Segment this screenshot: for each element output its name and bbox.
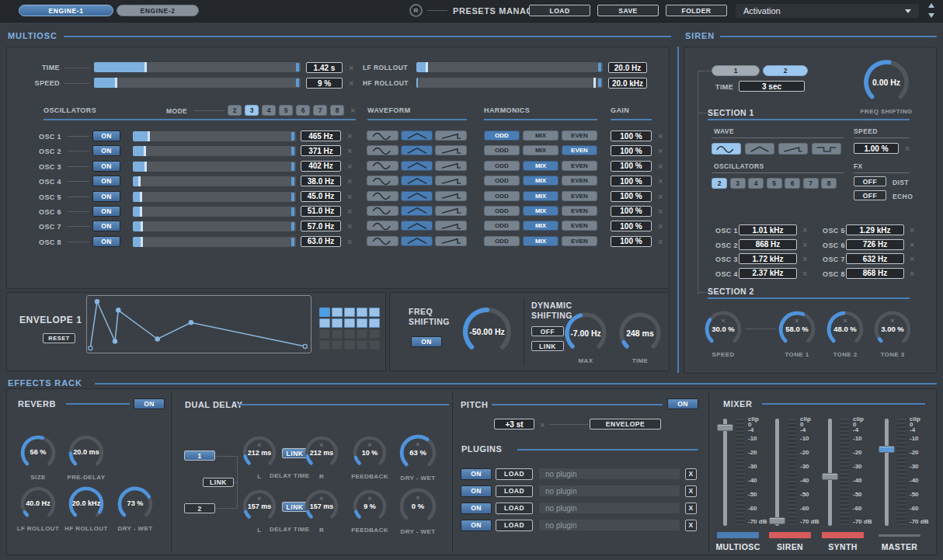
plugin-name-field[interactable]: no plugin: [538, 468, 680, 480]
feedback-knob[interactable]: ×9 %FEEDBACK: [352, 489, 388, 524]
osc-freq-slider[interactable]: [133, 221, 296, 231]
env-grid-cell[interactable]: [344, 308, 355, 317]
harmonics-odd-button[interactable]: ODD: [484, 130, 520, 141]
lf-rollout-value[interactable]: 20.0 Hz: [608, 62, 647, 73]
siren-osc-count-button[interactable]: 6: [785, 178, 800, 189]
dynamic-time-knob[interactable]: 248 msTIME: [618, 311, 662, 355]
saw-wave-button[interactable]: [435, 206, 467, 216]
harmonics-mix-button[interactable]: MIX: [523, 236, 558, 246]
triangle-wave-button[interactable]: [401, 176, 433, 186]
plugin-load-button[interactable]: LOAD: [496, 485, 533, 497]
save-button[interactable]: SAVE: [597, 5, 659, 16]
close-icon[interactable]: ×: [347, 207, 352, 216]
close-icon[interactable]: ×: [658, 238, 663, 246]
triangle-wave-button[interactable]: [401, 221, 433, 231]
plugin-on-button[interactable]: ON: [461, 503, 492, 514]
close-icon[interactable]: ×: [905, 144, 910, 153]
speed-slider[interactable]: [94, 78, 301, 88]
harmonics-even-button[interactable]: EVEN: [562, 145, 597, 155]
siren-time-value[interactable]: 3 sec: [739, 81, 805, 92]
sine-wave-button[interactable]: [367, 236, 398, 246]
osc-freq-value[interactable]: 371 Hz: [301, 145, 341, 156]
osc-gain-value[interactable]: 100 %: [611, 176, 652, 186]
close-icon[interactable]: ×: [910, 255, 914, 263]
osc-on-button[interactable]: ON: [92, 130, 120, 141]
plugin-load-button[interactable]: LOAD: [496, 503, 533, 514]
env-grid-cell[interactable]: [332, 340, 343, 350]
osc-gain-value[interactable]: 100 %: [611, 221, 652, 231]
reverb-on-button[interactable]: ON: [134, 398, 165, 409]
slider-handle[interactable]: [144, 162, 147, 172]
saw-wave-button[interactable]: [435, 191, 467, 201]
osc-freq-slider[interactable]: [133, 162, 296, 172]
mode-option-button[interactable]: 2: [228, 105, 242, 116]
plugin-remove-button[interactable]: X: [685, 468, 697, 480]
harmonics-mix-button[interactable]: MIX: [523, 176, 558, 186]
sine-wave-button[interactable]: [367, 145, 398, 155]
envelope-graph[interactable]: [86, 295, 311, 353]
env-grid-cell[interactable]: [344, 340, 355, 350]
time-value[interactable]: 1.42 s: [306, 62, 343, 73]
close-icon[interactable]: ×: [802, 226, 807, 235]
freq-shifting-on-button[interactable]: ON: [411, 336, 442, 347]
fader-track[interactable]: [723, 419, 727, 526]
env-grid-cell[interactable]: [319, 329, 330, 339]
close-icon[interactable]: ×: [658, 193, 663, 201]
plugin-on-button[interactable]: ON: [461, 520, 492, 531]
siren-speed-value[interactable]: 1.00 %: [854, 143, 899, 154]
folder-button[interactable]: FOLDER: [666, 5, 727, 16]
osc-freq-slider[interactable]: [133, 192, 296, 202]
fader-handle[interactable]: [717, 424, 733, 431]
close-icon[interactable]: ×: [910, 270, 914, 278]
close-icon[interactable]: ×: [658, 222, 663, 231]
osc-gain-value[interactable]: 100 %: [611, 191, 652, 202]
siren-osc-value[interactable]: 2.37 kHz: [739, 268, 797, 279]
pitch-envelope-button[interactable]: ENVELOPE: [590, 419, 661, 430]
osc-gain-value[interactable]: 100 %: [611, 130, 652, 141]
osc-on-button[interactable]: ON: [92, 221, 120, 231]
env-grid-cell[interactable]: [332, 308, 343, 317]
slider-handle[interactable]: [144, 62, 147, 72]
slider-handle[interactable]: [140, 207, 142, 217]
close-icon[interactable]: ×: [658, 162, 663, 171]
triangle-wave-button[interactable]: [745, 143, 774, 155]
sine-wave-button[interactable]: [367, 221, 398, 231]
harmonics-odd-button[interactable]: ODD: [484, 191, 520, 201]
section2-knob[interactable]: ×30.0 %SPEED: [704, 310, 743, 349]
siren-osc-count-button[interactable]: 5: [767, 178, 782, 189]
time-slider[interactable]: [94, 62, 301, 72]
delay-time-right-knob[interactable]: ×157 msR: [304, 489, 339, 524]
harmonics-mix-button[interactable]: MIX: [523, 145, 558, 155]
siren-freq-shifting-knob[interactable]: 0.00 HzFREQ SHIFTING: [863, 59, 910, 106]
speed-value[interactable]: 9 %: [306, 78, 343, 89]
osc-on-button[interactable]: ON: [92, 145, 120, 156]
env-grid-cell[interactable]: [357, 329, 367, 339]
saw-wave-button[interactable]: [435, 221, 467, 231]
env-grid-cell[interactable]: [344, 318, 355, 328]
close-icon[interactable]: ×: [347, 238, 352, 246]
square-wave-button[interactable]: [812, 143, 841, 155]
fader-handle[interactable]: [769, 517, 785, 524]
osc-freq-value[interactable]: 51.0 Hz: [301, 206, 341, 217]
dynamic-link-button[interactable]: LINK: [531, 341, 564, 351]
close-icon[interactable]: ×: [910, 241, 914, 249]
plugin-name-field[interactable]: no plugin: [538, 502, 680, 514]
close-icon[interactable]: ×: [349, 79, 353, 88]
close-icon[interactable]: ×: [347, 193, 352, 201]
env-grid-cell[interactable]: [319, 308, 330, 317]
section2-knob[interactable]: ×48.0 %TONE 2: [826, 310, 865, 349]
hf-rollout-value[interactable]: 20.0 kHz: [608, 78, 647, 89]
env-grid-cell[interactable]: [357, 308, 367, 317]
osc-on-button[interactable]: ON: [92, 161, 120, 172]
osc-on-button[interactable]: ON: [92, 206, 120, 217]
env-grid-cell[interactable]: [369, 318, 380, 328]
saw-wave-button[interactable]: [435, 236, 467, 246]
osc-on-button[interactable]: ON: [92, 236, 120, 247]
mode-option-button[interactable]: 4: [262, 105, 276, 116]
sine-wave-button[interactable]: [367, 206, 398, 216]
dry-wet-knob[interactable]: ×0 %DRY - WET: [398, 487, 437, 526]
siren-tab-1[interactable]: 1: [712, 65, 760, 76]
saw-wave-button[interactable]: [778, 143, 808, 155]
slider-handle[interactable]: [141, 221, 143, 231]
harmonics-even-button[interactable]: EVEN: [562, 236, 597, 246]
